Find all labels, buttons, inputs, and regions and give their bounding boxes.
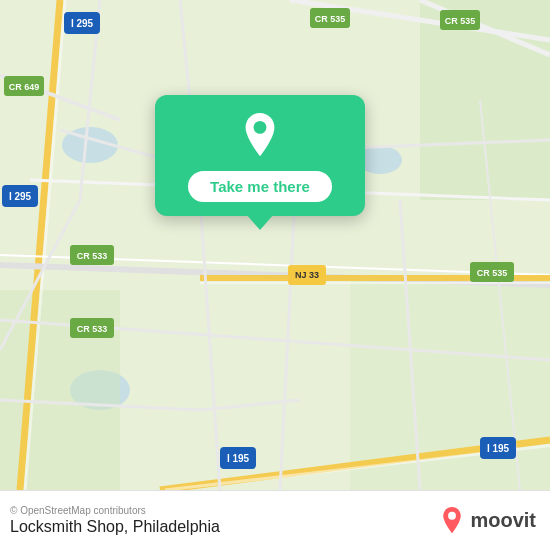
popup-card: Take me there: [155, 95, 365, 216]
take-me-there-button[interactable]: Take me there: [188, 171, 332, 202]
svg-text:I 295: I 295: [9, 191, 32, 202]
osm-attribution: © OpenStreetMap contributors: [10, 505, 220, 516]
svg-text:CR 533: CR 533: [77, 324, 108, 334]
svg-text:CR 535: CR 535: [315, 14, 346, 24]
svg-text:NJ 33: NJ 33: [295, 270, 319, 280]
svg-text:I 295: I 295: [71, 18, 94, 29]
location-pin-icon: [236, 113, 284, 161]
moovit-text: moovit: [470, 509, 536, 532]
svg-text:CR 533: CR 533: [77, 251, 108, 261]
moovit-logo: moovit: [438, 507, 536, 535]
bottom-bar: © OpenStreetMap contributors Locksmith S…: [0, 490, 550, 550]
location-info: © OpenStreetMap contributors Locksmith S…: [10, 505, 220, 536]
svg-text:I 195: I 195: [227, 453, 250, 464]
map-svg: I 295 CR 535 CR 535 CR 649 I 295 CR 533 …: [0, 0, 550, 490]
moovit-pin-icon: [438, 507, 466, 535]
location-title: Locksmith Shop, Philadelphia: [10, 518, 220, 536]
svg-point-30: [449, 511, 457, 519]
svg-text:CR 535: CR 535: [445, 16, 476, 26]
svg-text:CR 649: CR 649: [9, 82, 40, 92]
svg-text:I 195: I 195: [487, 443, 510, 454]
map-container: I 295 CR 535 CR 535 CR 649 I 295 CR 533 …: [0, 0, 550, 490]
svg-text:CR 535: CR 535: [477, 268, 508, 278]
svg-point-29: [254, 121, 267, 134]
